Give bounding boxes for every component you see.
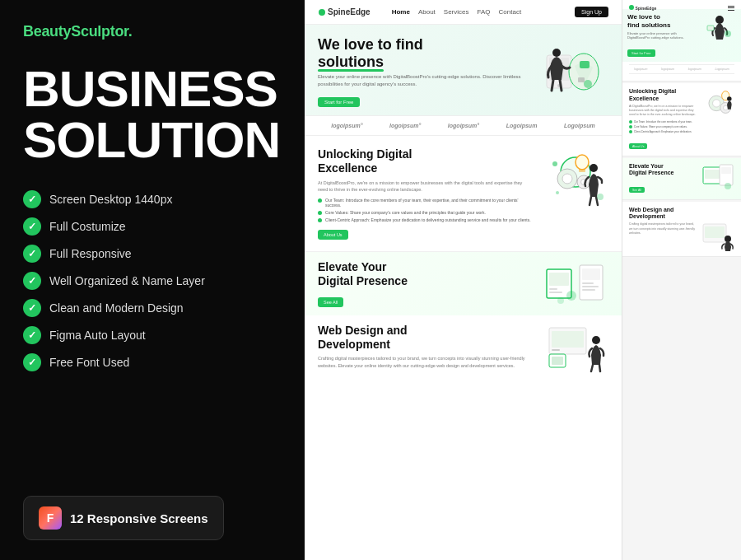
svg-point-18 — [556, 191, 559, 194]
mini-bullet-2: Core Values: Share your company's core v… — [629, 125, 697, 128]
mini-section4-title: Web Design andDevelopment — [629, 207, 734, 221]
nav-faq[interactable]: FAQ — [478, 8, 491, 16]
feature-text-5: Clean and Modern Design — [49, 301, 184, 315]
site-logo: SpineEdge — [318, 7, 370, 16]
svg-rect-23 — [549, 292, 562, 293]
svg-point-7 — [584, 80, 592, 88]
preview-hero-cta-button[interactable]: Start for Free — [318, 97, 360, 107]
preview-screen: SpineEdge Home About Services FAQ Contac… — [305, 0, 622, 560]
webdesign-section: Web Design and Development Crafting digi… — [305, 315, 622, 382]
preview-hero-illustration — [534, 43, 608, 100]
section2-illustration — [543, 261, 608, 306]
svg-point-29 — [566, 291, 576, 301]
main-preview: SpineEdge Home About Services FAQ Contac… — [305, 0, 622, 560]
feature-item-2: Full Costumize — [23, 217, 282, 236]
svg-point-38 — [715, 16, 724, 24]
logo-5: Logoipsum — [564, 123, 595, 128]
section1-illustration — [543, 147, 608, 209]
preview-hero-title: We love to find solutions — [318, 36, 534, 70]
mini-hero-row-1: We love tofind solutions Elevate your on… — [627, 13, 736, 58]
svg-rect-26 — [582, 282, 594, 284]
bullet-dot-3 — [318, 218, 322, 222]
mini-section4-body: Crafting digital masterpieces tailored t… — [629, 222, 697, 236]
check-icon-6 — [23, 326, 41, 344]
feature-text-4: Well Organized & Name Layer — [49, 274, 205, 287]
logo-4: Logoipsum — [506, 123, 538, 128]
svg-rect-50 — [721, 167, 731, 174]
logos-strip: logoipsum° logoipsum° logoipsum° Logoips… — [305, 115, 622, 136]
figma-icon: F — [39, 506, 62, 530]
feature-item-7: Free Font Used — [23, 353, 282, 371]
svg-point-30 — [557, 297, 564, 304]
feature-item-4: Well Organized & Name Layer — [23, 272, 282, 290]
nav-contact[interactable]: Contact — [499, 8, 522, 16]
mini-bullet-dot-1 — [629, 120, 632, 124]
bullet-2: Core Values: Share your company's core v… — [318, 210, 533, 215]
svg-rect-33 — [552, 349, 560, 351]
left-panel: BeautySculptor. BUSINESS SOLUTION Screen… — [0, 0, 305, 560]
preview-hero-section: We love to find solutions Elevate your o… — [305, 25, 622, 115]
nav-services[interactable]: Services — [444, 8, 469, 16]
feature-text-6: Figma Auto Layout — [49, 329, 146, 342]
svg-point-36 — [592, 336, 600, 344]
svg-point-0 — [319, 9, 325, 16]
mini-about-button[interactable]: About Us — [629, 143, 647, 149]
mini-section3-text: Elevate YourDigital Presence See All — [629, 163, 697, 194]
svg-rect-6 — [580, 61, 590, 68]
mini-section2-title: Unlocking DigitalExcellence — [629, 88, 697, 102]
mini-hero-bg-1: We love tofind solutions Elevate your on… — [622, 9, 741, 62]
svg-rect-53 — [705, 226, 725, 238]
elevate-section: Elevate Your Digital Presence See All — [305, 252, 622, 315]
mini-see-all-button[interactable]: See All — [629, 187, 645, 193]
svg-rect-8 — [578, 77, 585, 82]
svg-rect-32 — [552, 331, 584, 348]
svg-rect-28 — [582, 289, 595, 291]
hamburger-icon[interactable] — [728, 6, 734, 11]
badge-text: 12 Responsive Screens — [70, 511, 208, 525]
section2-title: Elevate Your Digital Presence — [318, 260, 533, 288]
svg-point-44 — [723, 105, 728, 110]
mini-section2-row: Unlocking DigitalExcellence At DigitalBo… — [629, 88, 734, 151]
nav-home[interactable]: Home — [392, 8, 410, 16]
preview-hero-body: Elevate your online presence with Digita… — [318, 73, 534, 87]
svg-rect-15 — [579, 169, 585, 172]
svg-point-16 — [590, 164, 598, 172]
check-icon-5 — [23, 299, 41, 317]
features-list: Screen Desktop 1440px Full Costumize Ful… — [23, 190, 282, 371]
check-icon-1 — [23, 190, 41, 208]
svg-point-42 — [713, 100, 720, 107]
feature-text-7: Free Font Used — [49, 356, 129, 369]
feature-item-3: Full Responsive — [23, 245, 282, 263]
mini-bullet-3: Client-Centric Approach: Emphasize your … — [629, 130, 697, 133]
feature-item-6: Figma Auto Layout — [23, 326, 282, 344]
svg-point-51 — [725, 183, 731, 189]
mini-section2-text: Unlocking DigitalExcellence At DigitalBo… — [629, 88, 697, 151]
see-all-button[interactable]: See All — [318, 297, 343, 307]
mini-section4-row: Crafting digital masterpieces tailored t… — [629, 222, 734, 251]
check-icon-3 — [23, 245, 41, 263]
logo-3: logoipsum° — [448, 123, 479, 128]
nav-cta-button[interactable]: Sign Up — [575, 7, 608, 17]
svg-point-39 — [725, 30, 731, 37]
unlocking-section: Unlocking Digital Excellence At DigitalB… — [305, 136, 622, 252]
site-logo-icon: SpineEdge — [318, 7, 370, 16]
brand-dot: . — [128, 23, 133, 40]
logo-1: logoipsum° — [331, 123, 362, 128]
mini-logos-1: logoipsum logoipsum logoipsum Logoipsum — [629, 64, 734, 74]
brand-logo: BeautySculptor. — [23, 23, 282, 40]
svg-rect-27 — [582, 286, 599, 287]
svg-rect-48 — [705, 170, 720, 179]
feature-text-3: Full Responsive — [49, 247, 132, 260]
responsive-badge: F 12 Responsive Screens — [23, 496, 224, 540]
feature-item-1: Screen Desktop 1440px — [23, 190, 282, 208]
section1-text: Unlocking Digital Excellence At DigitalB… — [318, 147, 533, 240]
mini-bullet-dot-2 — [629, 125, 632, 128]
preview-hero-text: We love to find solutions Elevate your o… — [318, 36, 534, 107]
about-button[interactable]: About Us — [318, 230, 348, 240]
svg-rect-35 — [552, 357, 563, 365]
nav-about[interactable]: About — [418, 8, 436, 16]
svg-point-5 — [552, 49, 561, 57]
bullet-dot-1 — [318, 198, 322, 203]
mini-cta-1[interactable]: Start for Free — [627, 49, 655, 57]
mini-section2-body: At DigitalBoostPro, we're on a mission t… — [629, 105, 697, 118]
